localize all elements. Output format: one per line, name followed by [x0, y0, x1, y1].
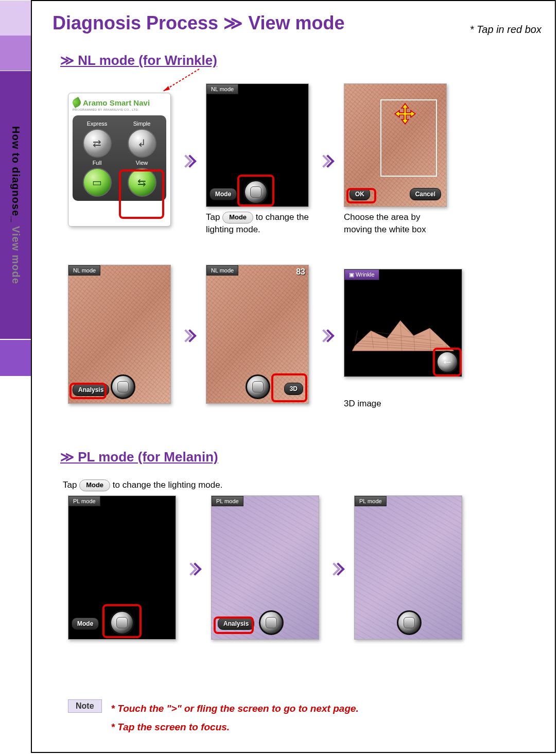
mode-pill[interactable]: Mode	[209, 188, 237, 200]
side-tab-1[interactable]	[0, 1, 31, 36]
svg-marker-0	[395, 104, 415, 124]
pl-step1-thumb[interactable]: PL mode Mode	[68, 495, 176, 640]
chevron-right-icon	[186, 560, 201, 575]
wrinkle-badge: ▣ Wrinkle	[344, 269, 379, 280]
nl-step2-thumb[interactable]: NL mode Mode	[206, 83, 309, 207]
dev-label-full: Full	[76, 160, 118, 166]
svg-marker-2	[163, 86, 170, 91]
device-screenshot: Aramo Smart Navi PROGRAMMED BY ARAMHUVIS…	[68, 93, 171, 227]
express-button[interactable]: ⇄	[83, 129, 112, 158]
pl-heading-wrap: ≫ PL mode (for Melanin)	[60, 449, 218, 465]
leaf-icon	[71, 97, 82, 108]
move-cursor-icon	[394, 102, 416, 125]
nl-heading: ≫ NL mode (for Wrinkle)	[60, 53, 217, 68]
pl-step1-badge: PL mode	[68, 496, 100, 506]
nl-step4-badge: NL mode	[68, 265, 100, 276]
pl-heading: ≫ PL mode (for Melanin)	[60, 449, 218, 465]
pl-step2-badge: PL mode	[212, 496, 243, 506]
red-dotted-arrow-icon	[155, 68, 202, 94]
mode-chip[interactable]: Mode	[222, 212, 253, 223]
chevron-right-icon	[181, 327, 196, 341]
nl-step2-badge: NL mode	[206, 84, 238, 94]
chevron-right-icon	[319, 152, 334, 167]
chevron-right-icon	[319, 327, 334, 341]
nl-step5-badge: NL mode	[206, 265, 238, 276]
shutter-button[interactable]	[243, 180, 268, 204]
nl-step2-caption: Tap Mode to change the lighting mode.	[206, 211, 309, 236]
pl-step2-thumb[interactable]: PL mode Analysis	[211, 495, 319, 640]
page: Diagnosis Process ≫ View mode * Tap in r…	[31, 0, 556, 753]
shutter-button[interactable]	[111, 374, 135, 399]
dev-label-view: View	[120, 160, 163, 166]
nl-step6-caption: 3D image	[344, 398, 462, 410]
pl-step3-badge: PL mode	[355, 496, 387, 506]
chevron-right-icon	[329, 560, 344, 575]
nl-row2: NL mode Analysis NL mode 83 3D ▣ Wrinkle	[68, 259, 462, 410]
side-tab-label-em: View mode	[10, 226, 22, 284]
device-brand: Aramo Smart Navi	[83, 98, 150, 107]
device-subtitle: PROGRAMMED BY ARAMHUVIS CO., LTD.	[73, 108, 166, 111]
svg-marker-3	[352, 320, 454, 351]
title-suffix: View mode	[248, 12, 344, 33]
title-prefix: Diagnosis Process	[52, 12, 218, 33]
side-tab-4[interactable]	[0, 340, 31, 376]
simple-button[interactable]: ↲	[128, 129, 156, 158]
nl-step5-score: 83	[296, 267, 305, 277]
threeD-button[interactable]: 3D	[284, 383, 303, 395]
full-button[interactable]: ▭	[83, 168, 112, 197]
tap-hint: * Tap in red box	[470, 24, 541, 36]
shutter-button[interactable]	[397, 610, 422, 635]
shutter-button[interactable]	[246, 374, 270, 399]
dev-label-express: Express	[76, 121, 118, 127]
analysis-button[interactable]: Analysis	[73, 384, 109, 396]
device-pad: Express⇄ Simple↲ Full▭ View⇆	[73, 115, 166, 201]
pl-step3-thumb[interactable]: PL mode	[354, 495, 462, 640]
mode-chip[interactable]: Mode	[79, 479, 110, 491]
ok-button[interactable]: OK	[349, 188, 370, 200]
chevron-right-icon	[181, 152, 196, 167]
cancel-button[interactable]: Cancel	[410, 188, 441, 200]
side-tab-2[interactable]	[0, 36, 31, 71]
note-line1: * Touch the ">" or fling the screen to g…	[111, 699, 359, 718]
nl-row1: Aramo Smart Navi PROGRAMMED BY ARAMHUVIS…	[68, 83, 447, 236]
note-row: Note * Touch the ">" or fling the screen…	[68, 699, 359, 736]
side-tab-active[interactable]: How to diagnose_ View mode	[0, 71, 31, 339]
nl-step5-thumb[interactable]: NL mode 83 3D	[206, 265, 309, 404]
note-line2: * Tap the screen to focus.	[111, 718, 359, 736]
nl-step4-thumb[interactable]: NL mode Analysis	[68, 265, 171, 404]
note-chip: Note	[68, 699, 102, 713]
nl-step3-thumb[interactable]: OK Cancel	[344, 83, 447, 207]
pl-row: PL mode Mode PL mode Analysis PL mode	[68, 495, 462, 640]
dev-label-simple: Simple	[120, 121, 163, 127]
side-tabs: How to diagnose_ View mode	[0, 0, 32, 754]
pl-intro: Tap Mode to change the lighting mode.	[63, 475, 222, 491]
nl-step3-caption: Choose the area by moving the white box	[344, 211, 447, 236]
back-button[interactable]: ←	[436, 351, 459, 373]
nl-step6-thumb[interactable]: ▣ Wrinkle ←	[344, 269, 462, 377]
shutter-button[interactable]	[110, 610, 134, 635]
mode-pill[interactable]: Mode	[72, 618, 99, 630]
side-tab-label-prefix: How to diagnose_	[10, 126, 22, 226]
page-header: Diagnosis Process ≫ View mode * Tap in r…	[52, 12, 547, 34]
shutter-button[interactable]	[259, 610, 284, 635]
analysis-button[interactable]: Analysis	[218, 618, 254, 630]
nl-heading-wrap: ≫ NL mode (for Wrinkle)	[60, 53, 217, 68]
view-button[interactable]: ⇆	[128, 168, 156, 197]
wrinkle-3d-mesh	[349, 300, 457, 361]
note-lines: * Touch the ">" or fling the screen to g…	[111, 699, 359, 736]
title-sep: ≫	[223, 13, 243, 33]
device-logo: Aramo Smart Navi	[73, 98, 166, 107]
